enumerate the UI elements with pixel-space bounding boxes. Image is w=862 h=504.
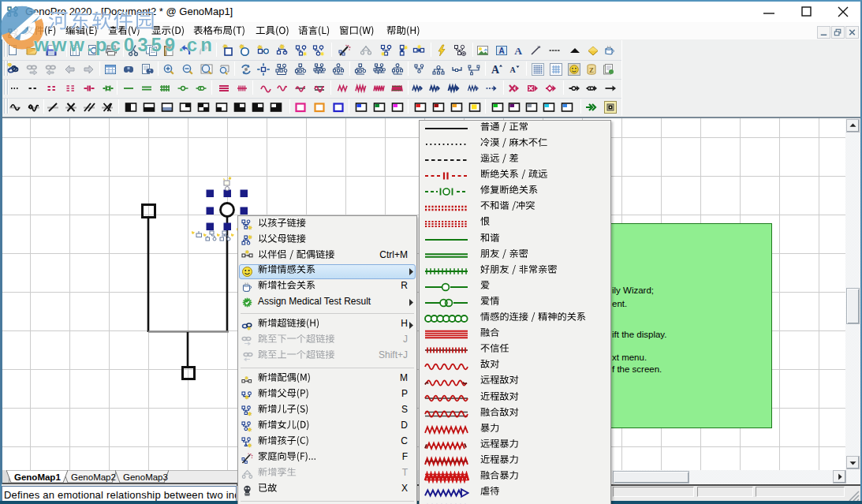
svg-text:Z: Z <box>589 65 594 73</box>
svg-text:A: A <box>491 64 500 76</box>
svg-text:A: A <box>498 46 504 54</box>
svg-text:A: A <box>509 65 516 74</box>
svg-text:A: A <box>514 45 522 57</box>
